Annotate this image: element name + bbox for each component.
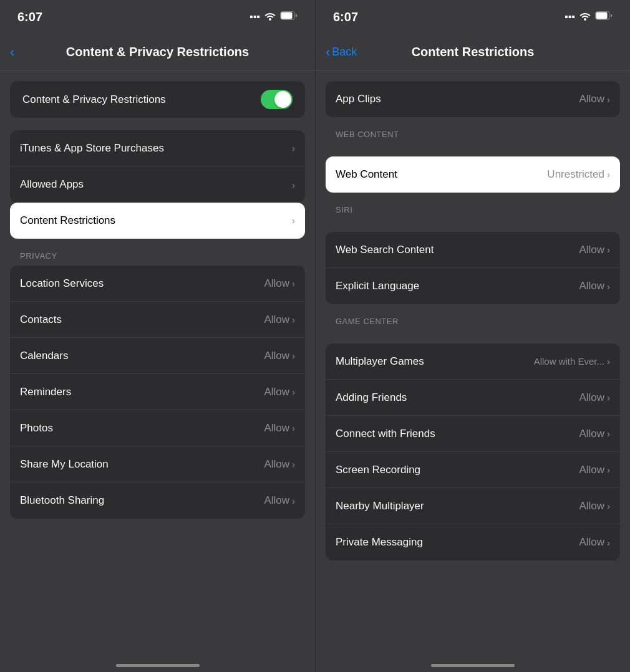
contacts-value: Allow (264, 314, 289, 326)
content-restrictions-label: Content Restrictions (20, 214, 292, 227)
web-search-item[interactable]: Web Search Content Allow › (326, 232, 620, 268)
toggle-switch[interactable] (261, 90, 293, 109)
share-location-item[interactable]: Share My Location Allow › (10, 446, 305, 482)
left-home-bar (116, 664, 200, 667)
calendars-right: Allow › (264, 350, 295, 362)
share-location-chevron-icon: › (292, 459, 295, 469)
app-clips-value: Allow (579, 93, 604, 105)
bluetooth-right: Allow › (264, 494, 295, 507)
app-clips-right: Allow › (579, 93, 610, 105)
right-status-bar: 6:07 ▪▪▪ (316, 0, 630, 34)
connect-friends-value: Allow (579, 428, 604, 440)
private-messaging-value: Allow (579, 536, 604, 549)
location-services-chevron-icon: › (292, 278, 295, 289)
reminders-right: Allow › (264, 386, 295, 398)
reminders-label: Reminders (20, 386, 264, 398)
web-search-chevron-icon: › (607, 244, 610, 255)
itunes-item[interactable]: iTunes & App Store Purchases › (10, 130, 305, 166)
siri-section-header: SIRI (316, 193, 630, 219)
right-battery-icon (595, 11, 613, 22)
left-time: 6:07 (17, 10, 42, 24)
private-messaging-label: Private Messaging (336, 536, 579, 549)
screen-recording-label: Screen Recording (336, 464, 579, 476)
content-restrictions-section: Content Restrictions › (10, 203, 305, 239)
photos-label: Photos (20, 422, 264, 434)
allowed-apps-label: Allowed Apps (20, 178, 292, 191)
multiplayer-games-label: Multiplayer Games (336, 355, 534, 368)
photos-item[interactable]: Photos Allow › (10, 410, 305, 446)
reminders-item[interactable]: Reminders Allow › (10, 374, 305, 410)
screen-recording-chevron-icon: › (607, 464, 610, 475)
left-home-indicator (0, 651, 315, 672)
private-messaging-right: Allow › (579, 536, 610, 549)
bluetooth-item[interactable]: Bluetooth Sharing Allow › (10, 482, 305, 519)
battery-icon (280, 11, 298, 22)
right-nav-bar: ‹ Back Content Restrictions (316, 34, 630, 71)
screen-recording-item[interactable]: Screen Recording Allow › (326, 452, 620, 488)
right-nav-title: Content Restrictions (412, 45, 535, 59)
right-back-chevron-icon: ‹ (326, 46, 330, 59)
web-content-chevron-icon: › (607, 169, 610, 180)
explicit-language-label: Explicit Language (336, 280, 579, 292)
web-content-item[interactable]: Web Content Unrestricted › (326, 156, 620, 193)
connect-friends-item[interactable]: Connect with Friends Allow › (326, 416, 620, 452)
adding-friends-value: Allow (579, 391, 604, 404)
bluetooth-label: Bluetooth Sharing (20, 494, 264, 507)
allowed-apps-chevron-icon: › (292, 180, 295, 190)
connect-friends-right: Allow › (579, 428, 610, 440)
photos-chevron-icon: › (292, 423, 295, 433)
nearby-multiplayer-chevron-icon: › (607, 501, 610, 511)
content-restrictions-chevron-icon: › (292, 215, 295, 226)
wifi-icon (264, 11, 276, 23)
multiplayer-games-item[interactable]: Multiplayer Games Allow with Ever... › (326, 343, 620, 380)
connect-friends-chevron-icon: › (607, 428, 610, 439)
reminders-value: Allow (264, 386, 289, 398)
allowed-apps-item[interactable]: Allowed Apps › (10, 166, 305, 203)
signal-icon: ▪▪▪ (250, 11, 260, 22)
privacy-section: Location Services Allow › Contacts Allow… (10, 266, 305, 519)
right-wifi-icon (579, 11, 591, 23)
location-services-item[interactable]: Location Services Allow › (10, 266, 305, 302)
screen-recording-value: Allow (579, 464, 604, 476)
photos-right: Allow › (264, 422, 295, 434)
left-nav-bar: ‹ Content & Privacy Restrictions (0, 34, 315, 71)
explicit-language-item[interactable]: Explicit Language Allow › (326, 268, 620, 304)
nearby-multiplayer-item[interactable]: Nearby Multiplayer Allow › (326, 488, 620, 524)
left-back-button[interactable]: ‹ (10, 46, 14, 59)
private-messaging-chevron-icon: › (607, 537, 610, 548)
back-chevron-icon: ‹ (10, 46, 14, 59)
right-back-button[interactable]: ‹ Back (326, 46, 357, 59)
calendars-label: Calendars (20, 350, 264, 362)
explicit-language-value: Allow (579, 280, 604, 292)
toggle-thumb (274, 91, 291, 108)
adding-friends-label: Adding Friends (336, 391, 579, 404)
explicit-language-right: Allow › (579, 280, 610, 292)
private-messaging-item[interactable]: Private Messaging Allow › (326, 524, 620, 560)
app-clips-chevron-icon: › (607, 94, 610, 105)
share-location-value: Allow (264, 458, 289, 471)
web-content-section: Web Content Unrestricted › (326, 156, 620, 193)
web-content-label: Web Content (336, 168, 547, 181)
contacts-item[interactable]: Contacts Allow › (10, 302, 305, 338)
adding-friends-item[interactable]: Adding Friends Allow › (326, 380, 620, 416)
toggle-row[interactable]: Content & Privacy Restrictions (22, 81, 293, 118)
calendars-item[interactable]: Calendars Allow › (10, 338, 305, 374)
connect-friends-label: Connect with Friends (336, 428, 579, 440)
svg-rect-3 (596, 12, 608, 19)
right-phone-panel: 6:07 ▪▪▪ ‹ Back Content Restrictions (315, 0, 630, 672)
itunes-right: › (292, 143, 295, 153)
right-time: 6:07 (333, 10, 358, 24)
game-center-section: Multiplayer Games Allow with Ever... › A… (326, 343, 620, 560)
photos-value: Allow (264, 422, 289, 434)
app-clips-item[interactable]: App Clips Allow › (326, 81, 620, 117)
nearby-multiplayer-value: Allow (579, 500, 604, 512)
web-content-right: Unrestricted › (547, 168, 610, 181)
share-location-right: Allow › (264, 458, 295, 471)
main-items-section: iTunes & App Store Purchases › Allowed A… (10, 130, 305, 203)
right-status-icons: ▪▪▪ (565, 11, 613, 23)
nearby-multiplayer-right: Allow › (579, 500, 610, 512)
web-content-value: Unrestricted (547, 168, 604, 181)
right-signal-icon: ▪▪▪ (565, 11, 575, 22)
content-restrictions-item[interactable]: Content Restrictions › (10, 203, 305, 239)
siri-section: Web Search Content Allow › Explicit Lang… (326, 232, 620, 304)
